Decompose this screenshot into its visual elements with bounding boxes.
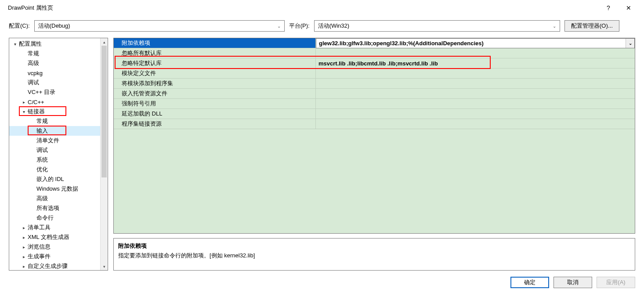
property-name: 延迟加载的 DLL: [114, 109, 316, 119]
tree-item-label: 所有选项: [36, 204, 60, 212]
property-row[interactable]: 延迟加载的 DLL: [114, 109, 635, 119]
expand-right-icon[interactable]: ▸: [21, 264, 27, 269]
description-panel: 附加依赖项 指定要添加到链接命令行的附加项。[例如 kernel32.lib]: [113, 238, 635, 271]
property-row[interactable]: 忽略特定默认库msvcrt.lib .lib;libcmtd.lib .lib;…: [114, 58, 635, 69]
tree-item-label: 输入: [36, 127, 49, 135]
expand-right-icon[interactable]: ▸: [21, 235, 27, 240]
tree-item-label: C/C++: [27, 99, 45, 105]
tree-item-label: 嵌入的 IDL: [36, 175, 65, 183]
platform-combo[interactable]: 活动(Win32) ⌄: [314, 20, 560, 32]
property-name: 强制符号引用: [114, 99, 316, 109]
property-row[interactable]: 模块定义文件: [114, 69, 635, 79]
tree-item[interactable]: 清单文件: [9, 136, 100, 145]
expand-right-icon[interactable]: ▸: [21, 100, 27, 105]
tree-item[interactable]: 嵌入的 IDL: [9, 174, 100, 184]
config-value: 活动(Debug): [38, 22, 70, 30]
property-value[interactable]: [316, 109, 635, 119]
expand-right-icon[interactable]: ▸: [21, 225, 27, 230]
property-row[interactable]: 忽略所有默认库: [114, 48, 635, 58]
property-value[interactable]: [316, 48, 635, 58]
tree-item[interactable]: 高级: [9, 58, 100, 68]
scroll-down-icon[interactable]: ▾: [101, 263, 108, 270]
tree-item[interactable]: VC++ 目录: [9, 87, 100, 97]
property-value[interactable]: [316, 119, 635, 129]
config-manager-button[interactable]: 配置管理器(O)...: [564, 20, 619, 32]
tree-item-label: 调试: [36, 146, 49, 154]
property-row[interactable]: 强制符号引用: [114, 99, 635, 109]
tree-item[interactable]: ▾配置属性: [9, 39, 100, 49]
property-row[interactable]: 程序集链接资源: [114, 119, 635, 129]
tree-item-label: 自定义生成步骤: [27, 262, 69, 270]
tree-item-label: 命令行: [36, 214, 54, 222]
help-button[interactable]: ?: [598, 1, 619, 14]
expand-right-icon[interactable]: ▸: [21, 245, 27, 249]
tree-item-label: 生成事件: [27, 253, 51, 260]
property-name: 忽略所有默认库: [114, 48, 316, 58]
tree-item-label: vcpkg: [27, 70, 43, 76]
scroll-thumb[interactable]: [101, 46, 107, 177]
tree-item-label: 常规: [36, 117, 49, 125]
titlebar: DrawPoint 属性页 ? ✕: [0, 0, 644, 16]
tree-item[interactable]: ▾链接器: [9, 107, 100, 116]
tree-item[interactable]: 输入: [9, 126, 100, 136]
property-value-text: glew32.lib;glfw3.lib;opengl32.lib;%(Addi…: [319, 40, 484, 47]
tree-item[interactable]: ▸清单工具: [9, 223, 100, 232]
property-value[interactable]: [316, 69, 635, 79]
tree-item[interactable]: 常规: [9, 49, 100, 58]
window-title: DrawPoint 属性页: [5, 4, 598, 12]
tree-item[interactable]: ▸浏览信息: [9, 242, 100, 252]
tree-item[interactable]: 高级: [9, 194, 100, 203]
tree-scrollbar[interactable]: ▴ ▾: [100, 38, 108, 270]
expand-right-icon[interactable]: ▸: [21, 254, 27, 259]
property-value[interactable]: [316, 89, 635, 99]
tree-item[interactable]: 命令行: [9, 213, 100, 223]
tree-item-label: 调试: [27, 79, 40, 87]
tree-item-label: 链接器: [27, 108, 46, 116]
property-name: 忽略特定默认库: [114, 58, 316, 69]
property-row[interactable]: 嵌入托管资源文件: [114, 89, 635, 99]
tree-item[interactable]: ▸自定义生成步骤: [9, 261, 100, 270]
nav-tree: ▾配置属性常规高级vcpkg调试VC++ 目录▸C/C++▾链接器常规输入清单文…: [9, 38, 108, 271]
tree-item[interactable]: ▸C/C++: [9, 97, 100, 107]
tree-item-label: 清单文件: [36, 137, 60, 145]
tree-item[interactable]: vcpkg: [9, 68, 100, 78]
ok-button[interactable]: 确定: [510, 277, 549, 288]
dropdown-icon[interactable]: ⌄: [626, 39, 634, 48]
close-button[interactable]: ✕: [619, 1, 639, 14]
description-title: 附加依赖项: [118, 242, 630, 250]
tree-item[interactable]: 常规: [9, 116, 100, 126]
tree-item[interactable]: 优化: [9, 165, 100, 174]
property-value[interactable]: msvcrt.lib .lib;libcmtd.lib .lib;msvcrtd…: [316, 58, 635, 69]
chevron-down-icon: ⌄: [553, 24, 556, 29]
tree-item-label: 常规: [27, 50, 40, 58]
property-row[interactable]: 将模块添加到程序集: [114, 79, 635, 89]
tree-item-label: XML 文档生成器: [27, 233, 70, 241]
property-name: 附加依赖项: [114, 38, 316, 48]
property-row[interactable]: 附加依赖项glew32.lib;glfw3.lib;opengl32.lib;%…: [114, 38, 635, 48]
description-body: 指定要添加到链接命令行的附加项。[例如 kernel32.lib]: [118, 252, 630, 260]
tree-item-label: 清单工具: [27, 224, 51, 231]
property-value[interactable]: [316, 99, 635, 109]
tree-item[interactable]: 调试: [9, 145, 100, 155]
expand-down-icon[interactable]: ▾: [12, 42, 18, 47]
tree-item[interactable]: 系统: [9, 155, 100, 165]
expand-down-icon[interactable]: ▾: [21, 109, 27, 114]
tree-item-label: 配置属性: [18, 40, 43, 48]
tree-item[interactable]: ▸生成事件: [9, 252, 100, 261]
tree-item[interactable]: ▸XML 文档生成器: [9, 232, 100, 242]
property-name: 程序集链接资源: [114, 119, 316, 129]
property-name: 模块定义文件: [114, 69, 316, 79]
property-value[interactable]: glew32.lib;glfw3.lib;opengl32.lib;%(Addi…: [316, 38, 635, 48]
scroll-up-icon[interactable]: ▴: [101, 38, 108, 46]
cancel-button[interactable]: 取消: [554, 277, 592, 288]
tree-item[interactable]: 调试: [9, 78, 100, 87]
tree-item-label: VC++ 目录: [27, 88, 56, 96]
tree-item[interactable]: 所有选项: [9, 203, 100, 213]
platform-label: 平台(P):: [289, 22, 310, 30]
property-name: 嵌入托管资源文件: [114, 89, 316, 99]
property-grid: 附加依赖项glew32.lib;glfw3.lib;opengl32.lib;%…: [113, 38, 635, 234]
config-combo[interactable]: 活动(Debug) ⌄: [34, 20, 285, 32]
property-value[interactable]: [316, 79, 635, 89]
tree-item[interactable]: Windows 元数据: [9, 184, 100, 194]
property-value-text: msvcrt.lib .lib;libcmtd.lib .lib;msvcrtd…: [318, 60, 438, 67]
